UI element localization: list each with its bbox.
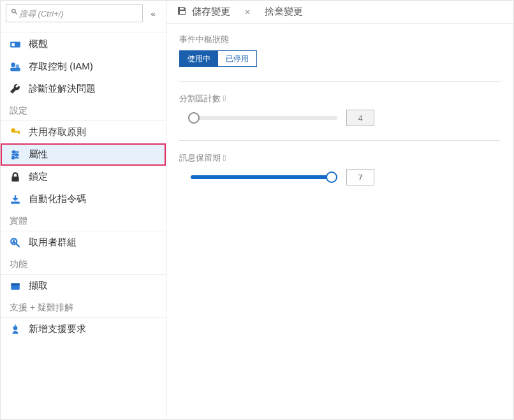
sidebar-item-label: 診斷並解決問題 (29, 83, 96, 95)
search-input[interactable] (19, 9, 138, 18)
sidebar-item-support[interactable]: 新增支援要求 (1, 318, 166, 340)
svg-line-17 (16, 243, 20, 247)
svg-point-18 (13, 240, 15, 242)
sidebar-item-consumers[interactable]: 取用者群組 (1, 231, 166, 254)
retention-slider-thumb[interactable] (326, 171, 337, 183)
overview-icon (10, 39, 21, 50)
svg-rect-4 (10, 68, 20, 71)
retention-slider[interactable] (191, 175, 337, 179)
partition-slider (191, 116, 337, 120)
svg-rect-20 (11, 283, 20, 285)
sliders-icon (10, 149, 21, 161)
search-people-icon (10, 237, 21, 249)
sidebar-group: 概觀 存取控制 (IAM) 診斷並解決問題 (1, 33, 166, 100)
sidebar-group: 實體 取用者群組 (1, 210, 166, 254)
sidebar-group: 支援 + 疑難排解 新增支援要求 (1, 297, 166, 340)
toolbar: 儲存變更 ✕ 捨棄變更 (166, 1, 513, 24)
status-option-disabled[interactable]: 已停用 (218, 51, 256, 66)
sidebar-nav: 概觀 存取控制 (IAM) 診斷並解決問題 設定 (1, 26, 166, 419)
sidebar-item-label: 共用存取原則 (29, 126, 86, 138)
sidebar-item-sas[interactable]: 共用存取原則 (1, 121, 166, 143)
retention-label: 訊息保留期 ⃝ (179, 152, 501, 164)
sidebar-item-iam[interactable]: 存取控制 (IAM) (1, 55, 166, 78)
sidebar-item-label: 屬性 (29, 148, 48, 161)
search-box[interactable] (6, 4, 143, 22)
sidebar-group: 設定 共用存取原則 屬性 鎖定 (1, 100, 166, 210)
partition-value (346, 110, 374, 126)
status-label: 事件中樞狀態 (179, 34, 501, 45)
save-label: 儲存變更 (192, 6, 230, 18)
sidebar-item-label: 概觀 (29, 38, 48, 50)
partition-slider-thumb (188, 112, 200, 124)
partition-label: 分割區計數 ⃝ (179, 93, 501, 105)
lock-icon (10, 171, 21, 183)
svg-rect-1 (11, 43, 15, 46)
content: 事件中樞狀態 使用中 已停用 分割區計數 ⃝ 訊息保留期 ⃝ (166, 24, 513, 221)
sidebar-item-label: 取用者群組 (29, 236, 77, 249)
sidebar-item-automation[interactable]: 自動化指令碼 (1, 188, 166, 210)
sidebar-item-overview[interactable]: 概觀 (1, 33, 166, 55)
collapse-sidebar-button[interactable]: « (145, 4, 161, 22)
sidebar-group: 功能 擷取 (1, 254, 166, 297)
sidebar-item-capture[interactable]: 擷取 (1, 275, 166, 297)
retention-section: 訊息保留期 ⃝ (179, 152, 501, 199)
sidebar-item-properties[interactable]: 屬性 (1, 143, 166, 166)
svg-rect-15 (11, 201, 20, 203)
save-button[interactable]: 儲存變更 (177, 6, 230, 18)
svg-rect-14 (11, 176, 18, 181)
search-row: « (1, 1, 166, 26)
svg-rect-7 (18, 131, 20, 134)
search-icon (10, 8, 19, 19)
save-icon (177, 6, 187, 18)
partition-section: 分割區計數 ⃝ (179, 93, 501, 141)
sidebar-item-label: 鎖定 (29, 171, 48, 183)
sidebar-item-label: 存取控制 (IAM) (29, 61, 93, 73)
key-icon (10, 127, 21, 138)
partition-slider-row (179, 110, 501, 126)
svg-rect-22 (15, 324, 16, 326)
svg-point-3 (16, 64, 20, 68)
discard-button[interactable]: 捨棄變更 (265, 6, 303, 18)
storage-icon (10, 280, 21, 292)
retention-value[interactable] (346, 169, 374, 185)
sidebar-item-diagnose[interactable]: 診斷並解決問題 (1, 78, 166, 100)
sidebar-header-entities: 實體 (1, 210, 166, 231)
sidebar-header-features: 功能 (1, 254, 166, 275)
svg-point-12 (16, 154, 18, 156)
sidebar-item-label: 自動化指令碼 (29, 193, 86, 205)
status-toggle[interactable]: 使用中 已停用 (179, 50, 257, 67)
support-icon (10, 324, 21, 335)
status-option-active[interactable]: 使用中 (180, 51, 218, 66)
discard-label: 捨棄變更 (265, 6, 303, 18)
status-section: 事件中樞狀態 使用中 已停用 (179, 34, 501, 82)
close-icon[interactable]: ✕ (244, 8, 251, 17)
people-icon (10, 61, 21, 73)
sidebar-item-label: 擷取 (29, 280, 48, 292)
retention-slider-row (179, 169, 501, 185)
sidebar-item-locks[interactable]: 鎖定 (1, 166, 166, 188)
sidebar-header-support: 支援 + 疑難排解 (1, 297, 166, 318)
main-panel: 儲存變更 ✕ 捨棄變更 事件中樞狀態 使用中 已停用 分割區計數 ⃝ (166, 1, 513, 419)
sidebar: « 概觀 存取控制 (IAM) 診斷並解決問題 (1, 1, 166, 419)
svg-point-2 (11, 62, 15, 67)
retention-slider-fill (191, 175, 332, 179)
wrench-icon (10, 83, 21, 95)
svg-point-11 (13, 150, 15, 152)
sidebar-item-label: 新增支援要求 (29, 323, 86, 335)
sidebar-header-settings: 設定 (1, 100, 166, 121)
svg-point-13 (12, 156, 14, 158)
download-icon (10, 194, 21, 205)
